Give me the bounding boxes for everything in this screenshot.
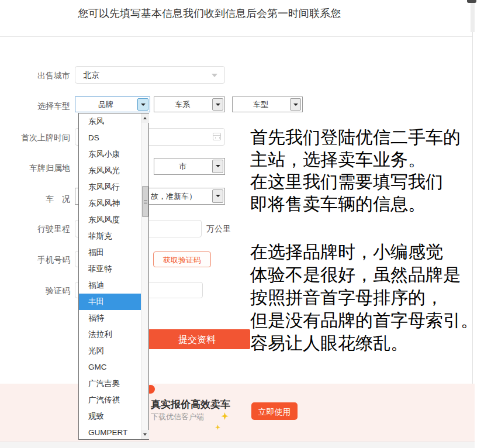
brand-dropdown-items: 东风DS东风小康东风风光东风风行东风风神东风风度菲斯克福田菲亚特福迪丰田福特法拉… <box>79 113 141 439</box>
type-select-arrow-button[interactable] <box>290 98 301 111</box>
banner-subtitle: 下载优信客户端 <box>151 412 204 422</box>
brand-option[interactable]: 福田 <box>79 244 141 261</box>
type-select[interactable]: 车型 <box>232 97 303 112</box>
series-select-value: 车系 <box>154 97 211 112</box>
divider <box>0 36 473 37</box>
brand-option[interactable]: 菲亚特 <box>79 261 141 277</box>
brand-option[interactable]: 光冈 <box>79 343 141 359</box>
caret-down-icon <box>141 104 146 106</box>
download-banner <box>0 384 475 442</box>
city-label: 出售城市 <box>12 71 70 81</box>
brand-select-arrow-button[interactable] <box>137 98 148 111</box>
series-select[interactable]: 车系 <box>154 97 225 112</box>
annotation-paragraph-1: 首先我们登陆优信二手车的 主站，选择卖车业务。 在这里我们需要填写我们 即将售卖… <box>250 126 461 215</box>
brand-option[interactable]: 丰田 <box>79 294 141 310</box>
brand-option[interactable]: DS <box>79 130 141 146</box>
brand-option[interactable]: 菲斯克 <box>79 228 141 244</box>
brand-option[interactable]: GUMPERT <box>79 425 141 439</box>
city-select-value: 北京 <box>83 67 99 83</box>
caret-down-icon <box>293 104 298 106</box>
annotation-line: 按照拼音首字母排序的， <box>250 286 478 309</box>
brand-option[interactable]: 东风风度 <box>79 212 141 228</box>
dropdown-scrollbar[interactable] <box>141 113 148 439</box>
annotation-line: 主站，选择卖车业务。 <box>250 149 461 171</box>
annotation-line: 首先我们登陆优信二手车的 <box>250 126 461 149</box>
brand-option[interactable]: 东风风行 <box>79 179 141 195</box>
city-select[interactable]: 北京 <box>75 66 225 84</box>
brand-select[interactable]: 品牌 <box>75 97 150 112</box>
brand-option[interactable]: 广汽传祺 <box>79 392 141 408</box>
annotation-paragraph-2: 在选择品牌时，小编感觉 体验不是很好，虽然品牌是 按照拼音首字母排序的， 但是没… <box>250 240 478 354</box>
phone-label: 手机号码 <box>12 255 70 266</box>
condition-label: 车 况 <box>12 194 70 205</box>
brand-option[interactable]: 东风 <box>79 113 141 130</box>
model-label: 选择车型 <box>12 101 70 112</box>
plate-city-select-value: 市 <box>154 158 211 174</box>
brand-option[interactable]: GMC <box>79 359 141 375</box>
condition-select-arrow-button[interactable] <box>212 189 223 203</box>
condition-select-value: 故，准新车） <box>151 188 196 204</box>
thumb-grip-icon <box>144 200 147 204</box>
scroll-down-button[interactable] <box>141 430 149 439</box>
chevron-down-icon[interactable] <box>212 74 217 77</box>
scroll-up-button[interactable] <box>141 113 149 123</box>
annotation-line: 但是没有品牌的首字母索引。 <box>250 309 478 332</box>
captcha-label: 验证码 <box>12 286 70 297</box>
arrow-up-icon <box>143 117 147 119</box>
caret-down-icon <box>216 195 220 197</box>
plate-city-select-arrow-button[interactable] <box>212 160 223 173</box>
annotation-line: 体验不是很好，虽然品牌是 <box>250 263 478 286</box>
brand-option[interactable]: 东风风神 <box>79 195 141 212</box>
annotation-line: 容易让人眼花缭乱。 <box>250 332 478 354</box>
mileage-label: 行驶里程 <box>12 224 70 235</box>
arrow-down-icon <box>143 433 147 436</box>
plate-city-select[interactable]: 市 <box>154 158 225 175</box>
plate-label: 车牌归属地 <box>12 163 70 174</box>
brand-option[interactable]: 东风风光 <box>79 163 141 179</box>
brand-select-value: 品牌 <box>75 97 136 112</box>
brand-option[interactable]: 东风小康 <box>79 146 141 163</box>
footer-strip <box>0 442 475 448</box>
brand-option[interactable]: 福特 <box>79 310 141 326</box>
brand-option[interactable]: 福迪 <box>79 277 141 294</box>
mileage-unit: 万公里 <box>206 224 231 235</box>
calendar-icon[interactable] <box>213 133 221 140</box>
notice-text: 您可以先填写基本信息我们收到信息后会第一时间联系您 <box>78 6 341 20</box>
use-now-button[interactable]: 立即使用 <box>251 402 298 420</box>
page-edge-artifact <box>467 0 476 3</box>
series-select-arrow-button[interactable] <box>212 98 223 111</box>
scrollbar-thumb[interactable] <box>142 186 148 217</box>
brand-dropdown-list: 东风DS东风小康东风风光东风风行东风风神东风风度菲斯克福田菲亚特福迪丰田福特法拉… <box>78 113 149 440</box>
page-scrollbar-remnant <box>471 0 475 32</box>
first-reg-label: 首次上牌时间 <box>12 133 70 143</box>
brand-option[interactable]: 法拉利 <box>79 326 141 343</box>
annotation-line: 在选择品牌时，小编感觉 <box>250 240 478 263</box>
caret-down-icon <box>216 104 220 106</box>
annotation-line: 在这里我们需要填写我们 <box>250 171 461 193</box>
get-code-button[interactable]: 获取验证码 <box>153 251 211 267</box>
caret-down-icon <box>216 165 220 167</box>
brand-option[interactable]: 观致 <box>79 408 141 425</box>
brand-option[interactable]: 广汽吉奥 <box>79 375 141 392</box>
banner-title: 真实报价高效卖车 <box>151 398 230 411</box>
submit-button[interactable]: 提交资料 <box>144 329 250 349</box>
type-select-value: 车型 <box>233 97 289 112</box>
annotation-line: 即将售卖车辆的信息。 <box>250 193 461 215</box>
page: 您可以先填写基本信息我们收到信息后会第一时间联系您 出售城市 北京 选择车型 品… <box>0 0 491 448</box>
